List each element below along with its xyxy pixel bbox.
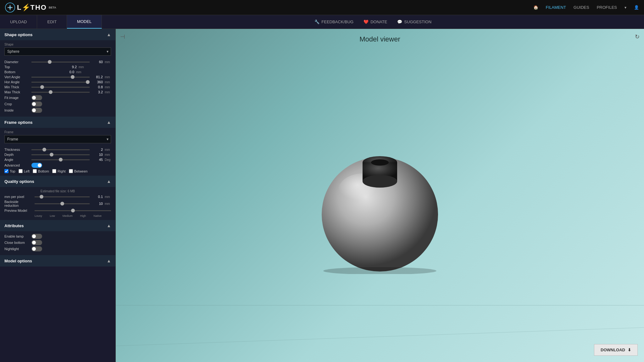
- frame-options-collapse-icon: ▲: [107, 120, 111, 125]
- attributes-header[interactable]: Attributes ▲: [0, 220, 115, 231]
- svg-point-8: [323, 267, 436, 274]
- min-thick-unit: mm: [105, 85, 111, 89]
- quality-native: Native: [93, 214, 102, 217]
- preview-slider[interactable]: [35, 210, 111, 211]
- nav-user[interactable]: 👤: [634, 5, 639, 10]
- frame-options-header[interactable]: Frame options ▲: [0, 117, 115, 128]
- feedback-bug[interactable]: 🔧 FEEDBACK/BUG: [314, 19, 353, 24]
- suggestion-label: SUGGESTION: [404, 19, 431, 24]
- download-button[interactable]: DOWNLOAD ⬇: [594, 344, 638, 356]
- checkbox-bottom[interactable]: Bottom: [33, 169, 49, 173]
- max-thick-slider[interactable]: [31, 92, 90, 93]
- mm-per-pixel-label: mm per pixel: [4, 195, 33, 199]
- top-row: Top 9.2 mm: [4, 65, 111, 69]
- nav-profiles[interactable]: PROFILES: [597, 5, 617, 10]
- bottom-value: 0.0: [63, 70, 74, 74]
- enable-lamp-toggle[interactable]: [31, 234, 42, 239]
- sidebar: Shape options ▲ Shape Sphere Cylinder Fl…: [0, 29, 116, 362]
- crop-toggle[interactable]: [31, 101, 42, 107]
- tab-model[interactable]: MODEL: [67, 15, 102, 29]
- thickness-label: Thickness: [4, 148, 30, 151]
- depth-unit: mm: [105, 153, 111, 156]
- suggestion[interactable]: 💬 SUGGESTION: [397, 19, 431, 24]
- nightlight-toggle[interactable]: [31, 246, 42, 251]
- mm-per-pixel-row: mm per pixel 0.1 mm: [4, 195, 111, 199]
- checkbox-top-input[interactable]: [4, 169, 8, 173]
- logo-text: L⚡THO: [17, 3, 47, 12]
- diameter-slider[interactable]: [31, 62, 90, 63]
- thickness-slider[interactable]: [31, 149, 90, 150]
- hor-angle-value: 360: [92, 80, 103, 84]
- top-value: 9.2: [65, 65, 77, 69]
- hor-angle-row: Hor Angle 360 mm: [4, 80, 111, 84]
- checkbox-top[interactable]: Top: [4, 169, 15, 173]
- hor-angle-label: Hor Angle: [4, 80, 30, 84]
- depth-row: Depth 10 mm: [4, 153, 111, 156]
- quality-medium: Medium: [63, 214, 73, 217]
- advanced-label: Advanced: [4, 163, 30, 167]
- attributes-collapse-icon: ▲: [107, 223, 111, 228]
- viewer-back-btn[interactable]: ⊣: [120, 33, 125, 40]
- enable-lamp-knob: [32, 234, 36, 238]
- advanced-toggle[interactable]: [31, 163, 42, 168]
- quality-low: Low: [50, 214, 55, 217]
- checkbox-right[interactable]: Right: [52, 169, 66, 173]
- checkbox-between-input[interactable]: [69, 169, 73, 173]
- model-options-title: Model options: [4, 259, 32, 263]
- feedback-label: FEEDBACK/BUG: [321, 19, 353, 24]
- frame-select[interactable]: Frame None Round: [4, 135, 111, 143]
- nightlight-row: Nightlight: [4, 246, 111, 251]
- frame-select-wrapper: Frame None Round ▾: [4, 135, 111, 143]
- checkbox-left[interactable]: Left: [19, 169, 30, 173]
- backside-unit: mm: [105, 202, 111, 206]
- checkbox-between[interactable]: Between: [69, 169, 88, 173]
- max-thick-row: Max Thick 3.2 mm: [4, 90, 111, 94]
- crop-row: Crop: [4, 101, 111, 107]
- advanced-knob: [38, 163, 42, 167]
- shape-select[interactable]: Sphere Cylinder Flat Box Heart: [4, 47, 111, 56]
- nav-links: 🏠 FILAMENT GUIDES PROFILES ▾ 👤: [533, 5, 639, 10]
- crop-label: Crop: [4, 102, 30, 106]
- enable-lamp-row: Enable lamp: [4, 234, 111, 239]
- checkbox-bottom-input[interactable]: [33, 169, 37, 173]
- fit-image-label: Fit image: [4, 96, 30, 100]
- donate[interactable]: ❤️ DONATE: [364, 19, 387, 24]
- tab-edit[interactable]: EDIT: [37, 15, 67, 29]
- shape-options-title: Shape options: [4, 32, 33, 37]
- nav-filament[interactable]: FILAMENT: [546, 5, 566, 10]
- close-bottom-toggle[interactable]: [31, 240, 42, 245]
- viewer-refresh-btn[interactable]: ↻: [635, 33, 640, 40]
- quality-lousy: Lousy: [35, 214, 42, 217]
- checkbox-left-input[interactable]: [19, 169, 23, 173]
- checkbox-right-input[interactable]: [52, 169, 56, 173]
- angle-label: Angle: [4, 158, 30, 162]
- min-thick-slider[interactable]: [31, 87, 90, 88]
- tab-center: 🔧 FEEDBACK/BUG ❤️ DONATE 💬 SUGGESTION: [314, 19, 431, 24]
- tab-upload[interactable]: UPLOAD: [0, 15, 37, 29]
- top-label: Top: [4, 65, 30, 69]
- backside-slider[interactable]: [35, 203, 90, 204]
- fit-image-toggle[interactable]: [31, 95, 42, 100]
- bottom-row: Bottom 0.0 mm: [4, 70, 111, 74]
- suggestion-icon: 💬: [397, 19, 402, 24]
- inside-toggle[interactable]: [31, 108, 42, 113]
- shape-sublabel: Shape: [4, 43, 111, 46]
- hor-angle-slider[interactable]: [31, 82, 90, 83]
- shape-options-header[interactable]: Shape options ▲: [0, 29, 115, 40]
- model-options-header[interactable]: Model options ▲: [0, 255, 115, 266]
- fit-image-row: Fit image: [4, 95, 111, 100]
- mm-per-pixel-slider[interactable]: [35, 196, 90, 197]
- quality-options-header[interactable]: Quality options ▲: [0, 176, 115, 187]
- diameter-label: Diameter: [4, 60, 30, 64]
- vert-angle-slider[interactable]: [31, 77, 90, 78]
- min-thick-value: 0.8: [92, 85, 103, 89]
- sphere-model: [314, 117, 446, 274]
- nav-home[interactable]: 🏠: [533, 5, 538, 10]
- top-nav: L⚡THO BETA 🏠 FILAMENT GUIDES PROFILES ▾ …: [0, 0, 644, 15]
- depth-slider[interactable]: [31, 154, 90, 155]
- angle-slider[interactable]: [31, 159, 90, 160]
- main-layout: Shape options ▲ Shape Sphere Cylinder Fl…: [0, 29, 644, 362]
- nav-guides[interactable]: GUIDES: [574, 5, 589, 10]
- inside-label: Inside: [4, 108, 30, 112]
- vert-angle-label: Vert Angle: [4, 75, 30, 79]
